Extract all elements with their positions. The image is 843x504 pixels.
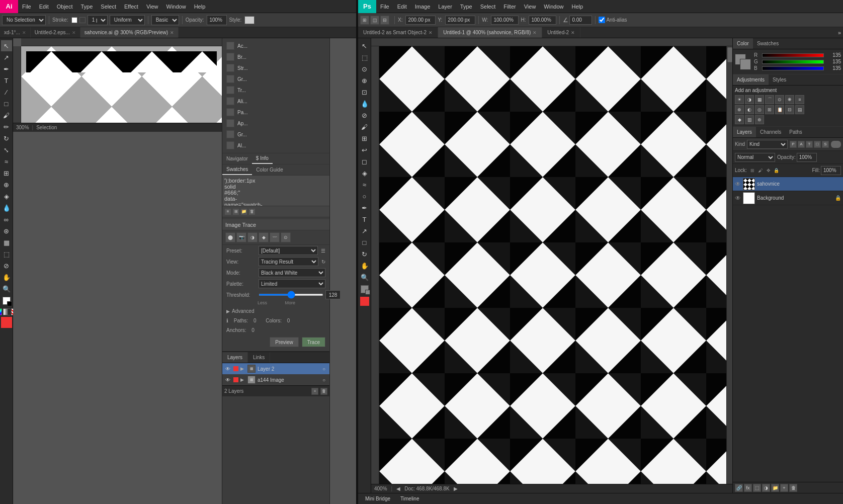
ps-bg-swatch[interactable] xyxy=(740,59,751,70)
ai-gradient-mode[interactable] xyxy=(3,308,10,315)
ps-menu-layer[interactable]: Layer xyxy=(434,0,456,13)
ps-layer-sahovnice-vis[interactable]: 👁 xyxy=(735,181,741,188)
ps-menu-view[interactable]: View xyxy=(520,0,540,13)
ps-adj-selective-color[interactable]: ⊛ xyxy=(755,115,764,124)
ai-tab-1[interactable]: xd-1°... ✕ xyxy=(0,27,31,38)
ps-filter-adj[interactable]: A xyxy=(798,141,805,148)
ps-adj-color-balance[interactable]: ⊕ xyxy=(735,105,744,114)
ps-layer-adj-btn[interactable]: ◑ xyxy=(762,484,770,492)
ai-menu-type[interactable]: Type xyxy=(77,0,97,13)
ps-tool-crop[interactable]: ⊡ xyxy=(359,87,370,98)
ai-tool-paintbrush[interactable]: 🖌 xyxy=(1,110,12,121)
ps-color-tab[interactable]: Color xyxy=(733,38,753,49)
ai-tool-scale[interactable]: ⤡ xyxy=(1,144,12,155)
ps-tool-rotate-view[interactable]: ↻ xyxy=(359,248,370,260)
trace-trace-btn[interactable]: Trace xyxy=(302,337,325,347)
ps-angle-input[interactable] xyxy=(569,16,592,25)
ai-tool-pencil[interactable]: ✏ xyxy=(1,121,12,132)
ai-color-mode[interactable] xyxy=(0,308,2,315)
ps-layers-tab-paths[interactable]: Paths xyxy=(785,127,806,137)
ps-layer-item-background[interactable]: 👁 Background 🔒 xyxy=(733,191,843,205)
color-guide-tab[interactable]: Color Guide xyxy=(252,164,287,175)
ai-tool-direct-select[interactable]: ↗ xyxy=(1,52,12,63)
ai-tab-1-close[interactable]: ✕ xyxy=(22,30,26,35)
ps-x-input[interactable] xyxy=(405,16,436,25)
ai-layer-img-btn[interactable]: ○ xyxy=(320,376,327,383)
ai-tool-hand[interactable]: ✋ xyxy=(1,272,12,283)
ps-lock-position[interactable]: ✥ xyxy=(765,167,772,174)
ai-tab-3-active[interactable]: sahovnice.ai @ 300% (RGB/Preview) ✕ xyxy=(80,27,179,38)
ps-tool-opt-1[interactable]: ⊞ xyxy=(360,16,369,25)
ps-doc-tab-2-close[interactable]: ✕ xyxy=(571,30,575,35)
ai-tool-symbol[interactable]: ⊛ xyxy=(1,225,12,236)
ai-menu-select[interactable]: Select xyxy=(97,0,120,13)
trace-preview-btn[interactable]: Preview xyxy=(270,337,299,347)
navigator-tab[interactable]: Navigator xyxy=(222,153,252,164)
ps-layer-bg-vis[interactable]: 👁 xyxy=(735,195,741,202)
ai-tool-shape-builder[interactable]: ⊕ xyxy=(1,179,12,190)
ps-adj-bw[interactable]: ◐ xyxy=(745,105,754,114)
ai-lib-item-1[interactable]: Br... xyxy=(222,51,329,62)
trace-preset-options[interactable]: ☰ xyxy=(321,248,325,254)
ps-tool-eraser[interactable]: ◻ xyxy=(359,156,370,167)
ps-tool-path-select[interactable]: ↗ xyxy=(359,225,370,236)
ps-doc-tab-2[interactable]: Untitled-2 ✕ xyxy=(542,27,580,38)
ps-tool-history[interactable]: ↩ xyxy=(359,144,370,155)
ai-layer-item-img[interactable]: 👁 ▶ ▦ a144 Image ○ xyxy=(222,374,329,385)
ai-lib-item-3[interactable]: Gr... xyxy=(222,73,329,85)
ai-tool-free-transform[interactable]: ⊞ xyxy=(1,167,12,179)
ai-layer-img-expand[interactable]: ▶ xyxy=(240,377,245,382)
ai-tab-2[interactable]: Untitled-2.eps... ✕ xyxy=(31,27,80,38)
image-trace-header[interactable]: Image Trace xyxy=(222,219,329,230)
ai-tool-pen[interactable]: ✒ xyxy=(1,63,12,74)
trace-advanced-row[interactable]: ▶ Advanced xyxy=(222,306,329,316)
ps-filter-type[interactable]: T xyxy=(806,141,813,148)
trace-icon-photo[interactable]: 📷 xyxy=(236,232,246,242)
ps-tool-pen[interactable]: ✒ xyxy=(359,202,370,213)
ps-tool-brush[interactable]: 🖌 xyxy=(359,121,370,132)
ai-tool-warp[interactable]: ≈ xyxy=(1,156,12,167)
ps-adj-hsl[interactable]: ≡ xyxy=(795,95,804,104)
ai-selection-dropdown[interactable]: No Selection xyxy=(2,15,46,25)
style-swatch[interactable] xyxy=(244,16,255,24)
ps-bg-color[interactable] xyxy=(365,290,370,295)
ps-filter-pixel[interactable]: P xyxy=(790,141,797,148)
ai-layers-delete-btn[interactable]: 🗑 xyxy=(320,388,327,395)
ps-doc-tab-expand[interactable]: » xyxy=(836,30,843,36)
trace-mode-select[interactable]: Black and White xyxy=(259,268,325,277)
trace-threshold-slider[interactable] xyxy=(259,294,323,296)
ps-adj-gradient-map[interactable]: ▥ xyxy=(745,115,754,124)
ps-adj-tab[interactable]: Adjustments xyxy=(733,74,769,85)
ps-timeline-tab[interactable]: Timeline xyxy=(397,496,422,501)
panel-icon-4[interactable]: 🗑 xyxy=(248,208,256,215)
ps-layers-mode-select[interactable]: Normal xyxy=(735,153,775,162)
ps-tool-shape[interactable]: □ xyxy=(359,237,370,248)
ps-tool-heal[interactable]: ⊘ xyxy=(359,110,370,121)
ps-adj-photo-filter[interactable]: ◎ xyxy=(755,105,764,114)
trace-view-select[interactable]: Tracing Result xyxy=(259,257,318,266)
ai-tool-rectangle[interactable]: □ xyxy=(1,98,12,109)
ai-lib-item-6[interactable]: Pa... xyxy=(222,107,329,118)
ps-menu-window[interactable]: Window xyxy=(540,0,567,13)
ps-active-color[interactable] xyxy=(360,297,369,306)
ps-doc-tab-1[interactable]: Untitled-1 @ 400% (sahovnice, RGB/8) ✕ xyxy=(438,27,542,38)
ai-tool-rotate[interactable]: ↻ xyxy=(1,133,12,144)
ai-fill-color[interactable] xyxy=(3,297,11,305)
ai-layer-item-2[interactable]: 👁 ▶ ▦ Layer 2 ○ xyxy=(222,363,329,374)
ps-antialias-label[interactable]: Anti-alias xyxy=(599,17,627,23)
stroke-style-select[interactable]: Basic xyxy=(151,15,179,25)
ps-tool-eyedropper[interactable]: 💧 xyxy=(359,98,370,109)
trace-preset-select[interactable]: [Default] xyxy=(259,246,318,255)
ps-layer-item-sahovnice[interactable]: 👁 xyxy=(733,177,843,191)
ps-layer-link-btn[interactable]: 🔗 xyxy=(735,484,743,492)
ps-adj-brightness[interactable]: ☀ xyxy=(735,95,744,104)
stroke-type-select[interactable]: Uniform xyxy=(110,15,145,25)
ps-lock-all[interactable]: 🔒 xyxy=(773,167,780,174)
ps-mini-bridge-tab[interactable]: Mini Bridge xyxy=(362,496,393,501)
ps-adj-posterize[interactable]: ▤ xyxy=(795,105,804,114)
ai-lib-item-2[interactable]: Str... xyxy=(222,62,329,73)
ai-tool-eyedropper[interactable]: 💧 xyxy=(1,202,12,213)
ps-tool-quick-select[interactable]: ⊕ xyxy=(359,75,370,86)
ps-tool-zoom[interactable]: 🔍 xyxy=(359,272,370,283)
ps-filter-toggle[interactable] xyxy=(831,141,841,148)
